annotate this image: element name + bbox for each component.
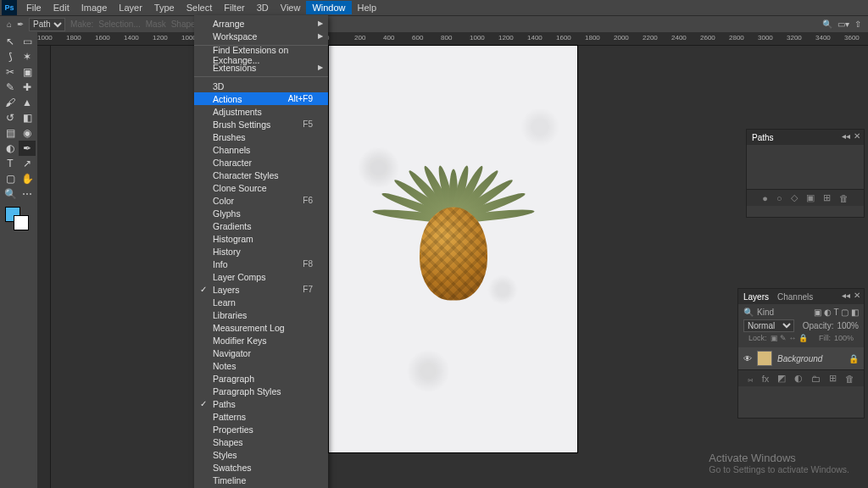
menu-item-paragraph-styles[interactable]: Paragraph Styles (194, 385, 328, 397)
paths-panel[interactable]: ◂◂✕ Paths ● ○ ◇ ▣ ⊞ 🗑 (746, 129, 865, 218)
menu-item-libraries[interactable]: Libraries (194, 308, 328, 321)
background-swatch[interactable] (14, 215, 29, 230)
gradient-tool[interactable]: ▤ (2, 125, 19, 141)
menu-item-adjustments[interactable]: Adjustments (194, 105, 328, 118)
path-select-tool[interactable]: ↗ (19, 156, 36, 171)
heal-tool[interactable]: ✚ (19, 80, 36, 95)
pen-tool-icon[interactable]: ✒ (17, 19, 24, 29)
menu-type[interactable]: Type (148, 1, 181, 14)
opacity-value[interactable]: 100% (837, 321, 859, 330)
shape-tool[interactable]: ▢ (2, 171, 19, 186)
menu-item-shapes[interactable]: Shapes (194, 435, 328, 448)
blend-mode-select[interactable]: Normal (743, 319, 794, 332)
eyedropper-tool[interactable]: ✎ (2, 80, 19, 95)
quick-select-tool[interactable]: ✶ (19, 49, 36, 64)
menu-item-swatches[interactable]: Swatches (194, 461, 328, 474)
menu-item-workspace[interactable]: Workspace▶ (194, 30, 328, 42)
menu-item-notes[interactable]: Notes (194, 359, 328, 372)
menu-item-arrange[interactable]: Arrange▶ (194, 17, 328, 30)
menu-image[interactable]: Image (75, 1, 114, 14)
trash-icon[interactable]: 🗑 (839, 193, 849, 203)
collapse-icon[interactable]: ◂◂ (842, 131, 850, 141)
menu-item-color[interactable]: ColorF6 (194, 194, 328, 207)
menu-layer[interactable]: Layer (113, 1, 148, 14)
hand-tool[interactable]: ✋ (19, 171, 36, 186)
blur-tool[interactable]: ◉ (19, 125, 36, 141)
menu-select[interactable]: Select (181, 1, 219, 14)
dodge-tool[interactable]: ◐ (2, 141, 19, 156)
menu-item-histogram[interactable]: Histogram (194, 232, 328, 245)
fill-path-icon[interactable]: ● (762, 193, 768, 203)
brush-tool[interactable]: 🖌 (2, 95, 19, 110)
menu-edit[interactable]: Edit (47, 1, 75, 14)
menu-item-glyphs[interactable]: Glyphs (194, 207, 328, 219)
menu-item-patterns[interactable]: Patterns (194, 410, 328, 423)
close-icon[interactable]: ✕ (854, 291, 860, 300)
workspace-icon[interactable]: ▭▾ (837, 19, 849, 29)
color-swatches[interactable] (2, 207, 36, 234)
shape-button[interactable]: Shape (171, 19, 196, 29)
history-brush-tool[interactable]: ↺ (2, 110, 19, 125)
menu-item-channels[interactable]: Channels (194, 143, 328, 156)
menu-item-3d[interactable]: 3D (194, 80, 328, 92)
fx-icon[interactable]: fx (762, 374, 770, 384)
menu-item-character[interactable]: Character (194, 156, 328, 169)
mask-button[interactable]: Mask (146, 19, 166, 29)
mask-icon[interactable]: ▣ (806, 192, 815, 203)
menu-window[interactable]: Window (306, 1, 351, 14)
new-path-icon[interactable]: ⊞ (823, 192, 831, 203)
menu-item-timeline[interactable]: Timeline (194, 474, 328, 486)
new-layer-icon[interactable]: ⊞ (829, 373, 837, 384)
eraser-tool[interactable]: ◧ (19, 110, 36, 125)
adjust-icon[interactable]: ◐ (794, 373, 803, 384)
trash-icon[interactable]: 🗑 (845, 374, 854, 384)
menu-item-brush-settings[interactable]: Brush SettingsF5 (194, 118, 328, 130)
menu-item-clone-source[interactable]: Clone Source (194, 181, 328, 194)
selection-icon[interactable]: ◇ (791, 192, 798, 203)
layer-row-background[interactable]: 👁 Background 🔒 (738, 347, 864, 369)
frame-tool[interactable]: ▣ (19, 64, 36, 80)
type-tool[interactable]: T (2, 156, 19, 171)
marquee-tool[interactable]: ▭ (19, 34, 36, 49)
menu-item-extensions[interactable]: Extensions▶ (194, 61, 328, 74)
menu-item-gradients[interactable]: Gradients (194, 219, 328, 232)
menu-item-navigator[interactable]: Navigator (194, 347, 328, 359)
menu-item-learn[interactable]: Learn (194, 296, 328, 308)
crop-tool[interactable]: ✂ (2, 64, 19, 80)
selection-button[interactable]: Selection... (98, 19, 140, 29)
menu-3d[interactable]: 3D (251, 1, 275, 14)
link-icon[interactable]: ⨝ (748, 374, 754, 384)
menu-item-modifier-keys[interactable]: Modifier Keys (194, 334, 328, 347)
menu-item-paths[interactable]: ✓Paths (194, 397, 328, 410)
menu-item-measurement-log[interactable]: Measurement Log (194, 321, 328, 334)
menu-file[interactable]: File (20, 1, 47, 14)
share-icon[interactable]: ⇧ (854, 19, 861, 29)
menu-item-history[interactable]: History (194, 245, 328, 258)
close-icon[interactable]: ✕ (854, 131, 860, 141)
stroke-path-icon[interactable]: ○ (776, 193, 782, 203)
menu-item-actions[interactable]: ActionsAlt+F9 (194, 92, 328, 105)
zoom-tool[interactable]: 🔍 (2, 186, 19, 202)
fill-value[interactable]: 100% (834, 334, 854, 342)
stamp-tool[interactable]: ▲ (19, 95, 36, 110)
mode-select[interactable]: Path (29, 18, 65, 31)
visibility-icon[interactable]: 👁 (743, 354, 752, 363)
layers-panel[interactable]: ◂◂✕ Layers Channels 🔍Kind ▣ ◐ T ▢ ◧ Norm… (737, 288, 865, 419)
menu-item-info[interactable]: InfoF8 (194, 258, 328, 270)
menu-view[interactable]: View (275, 1, 307, 14)
tab-channels[interactable]: Channels (777, 292, 813, 302)
menu-help[interactable]: Help (352, 1, 383, 14)
tab-layers[interactable]: Layers (743, 292, 769, 302)
move-tool[interactable]: ↖ (2, 34, 19, 49)
menu-item-find-extensions-on-exchange-[interactable]: Find Extensions on Exchange... (194, 48, 328, 61)
menu-item-styles[interactable]: Styles (194, 448, 328, 461)
group-icon[interactable]: 🗀 (811, 374, 821, 384)
menu-filter[interactable]: Filter (218, 1, 250, 14)
menu-item-paragraph[interactable]: Paragraph (194, 372, 328, 385)
menu-item-layers[interactable]: ✓LayersF7 (194, 283, 328, 296)
menu-item-brushes[interactable]: Brushes (194, 130, 328, 143)
menu-item-layer-comps[interactable]: Layer Comps (194, 270, 328, 283)
more-tools[interactable]: ⋯ (19, 186, 36, 202)
menu-item-properties[interactable]: Properties (194, 423, 328, 435)
collapse-icon[interactable]: ◂◂ (842, 291, 850, 300)
